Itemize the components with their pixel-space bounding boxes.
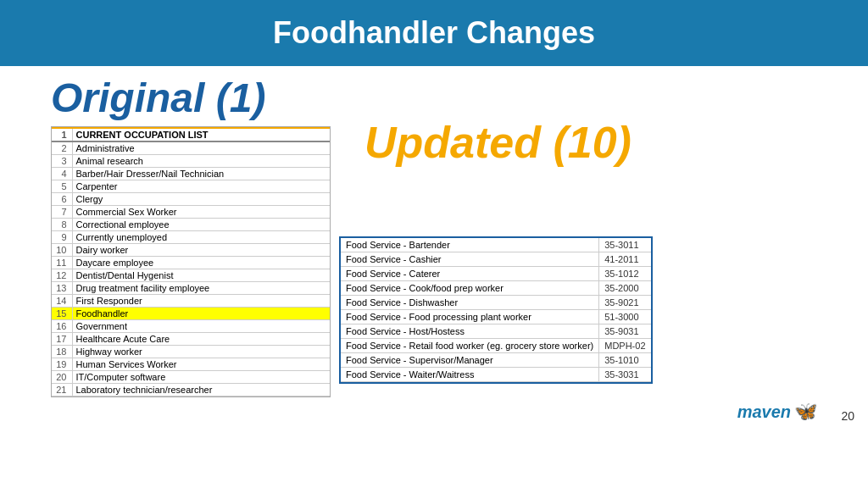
table-row: 9 Currently unemployed	[52, 231, 330, 244]
row-number: 1	[52, 128, 72, 141]
original-label: Original (1)	[51, 75, 817, 121]
table-row: 17 Healthcare Acute Care	[52, 333, 330, 346]
table-row: 21 Laboratory technician/researcher	[52, 384, 330, 396]
food-service-row: Food Service - Waiter/Waitress 35-3031	[341, 368, 651, 382]
table-row: 12 Dentist/Dental Hygenist	[52, 269, 330, 282]
table-row: 6 Clergy	[52, 193, 330, 206]
table-row: 7 Commercial Sex Worker	[52, 206, 330, 219]
table-row: 16 Government	[52, 320, 330, 333]
table-row: 8 Correctional employee	[52, 219, 330, 231]
table-row: 13 Drug treatment facility employee	[52, 282, 330, 295]
food-service-row: Food Service - Dishwasher 35-9021	[341, 296, 651, 310]
food-service-table: Food Service - Bartender 35-3011 Food Se…	[339, 236, 653, 384]
table-row: 18 Highway worker	[52, 346, 330, 358]
food-service-row: Food Service - Caterer 35-1012	[341, 267, 651, 281]
list-header-label: CURRENT OCCUPATION LIST	[72, 128, 330, 141]
food-service-row: Food Service - Cashier 41-2011	[341, 252, 651, 267]
table-row: 20 IT/Computer software	[52, 371, 330, 384]
header: Foodhandler Changes	[0, 0, 868, 66]
table-row: 10 Dairy worker	[52, 244, 330, 257]
table-row: 4 Barber/Hair Dresser/Nail Technician	[52, 168, 330, 180]
updated-label: Updated (10)	[364, 117, 632, 168]
table-row: 14 First Responder	[52, 295, 330, 308]
food-service-row: Food Service - Retail food worker (eg. g…	[341, 339, 651, 353]
food-service-row: Food Service - Food processing plant wor…	[341, 310, 651, 324]
table-row: 11 Daycare employee	[52, 257, 330, 269]
page-number: 20	[841, 409, 854, 423]
occupation-list: 1 CURRENT OCCUPATION LIST 2 Administrati…	[51, 126, 331, 397]
table-row: 5 Carpenter	[52, 180, 330, 193]
table-row: 3 Animal research	[52, 155, 330, 168]
header-title: Foodhandler Changes	[273, 15, 595, 50]
food-service-row: Food Service - Bartender 35-3011	[341, 238, 651, 252]
maven-logo-text: maven	[737, 402, 791, 422]
table-row-highlight: 15 Foodhandler	[52, 308, 330, 320]
food-service-row: Food Service - Cook/food prep worker 35-…	[341, 281, 651, 296]
maven-logo-icon: 🦋	[794, 401, 817, 423]
food-service-row: Food Service - Supervisor/Manager 35-101…	[341, 353, 651, 368]
table-row: 19 Human Services Worker	[52, 358, 330, 371]
food-service-row: Food Service - Host/Hostess 35-9031	[341, 324, 651, 339]
table-header-row: 1 CURRENT OCCUPATION LIST	[52, 128, 330, 141]
table-row: 2 Administrative	[52, 141, 330, 155]
